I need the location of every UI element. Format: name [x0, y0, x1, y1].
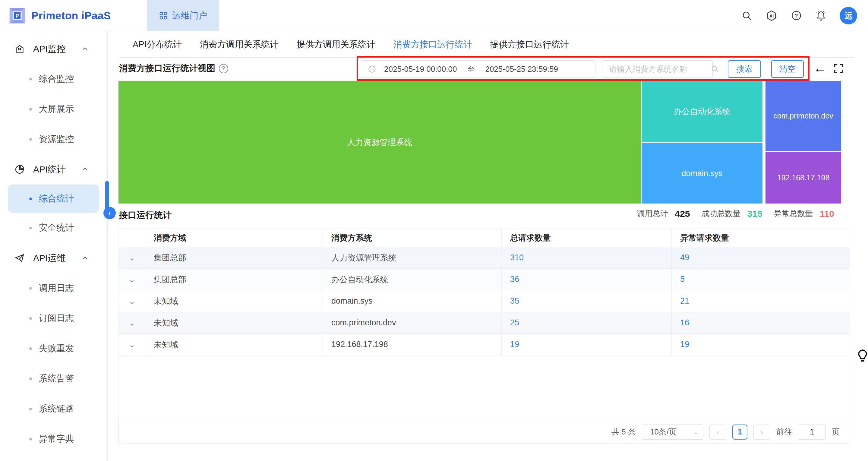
svg-text:?: ? [795, 13, 798, 19]
next-page-button[interactable]: › [753, 425, 770, 439]
row-expand-chevron-icon[interactable]: ⌄ [119, 334, 145, 355]
success-total-label: 成功总数量 [702, 208, 741, 219]
sidebar-item-dingyue-rizhi[interactable]: 订阅日志 [0, 303, 107, 334]
tab-consumer-api-run-stats[interactable]: 消费方接口运行统计 [394, 31, 472, 58]
fullscreen-icon[interactable] [833, 63, 845, 75]
sidebar-item-shibai-chongfa[interactable]: 失败重发 [0, 334, 107, 364]
row-expand-chevron-icon[interactable]: ⌄ [119, 290, 145, 312]
cell-consumer-domain: 集团总部 [145, 247, 323, 268]
sidebar-scroll-handle[interactable] [105, 181, 109, 210]
pagination-bar: 共 5 条 10条/页 ⌄ ‹ 1 › 前往 页 [119, 420, 850, 444]
summary-stats: 调用总计 425 成功总数量 315 异常总数量 110 [637, 208, 834, 219]
sidebar-item-xitong-lianlu[interactable]: 系统链路 [0, 394, 107, 424]
sidebar-section-api-ops[interactable]: API运维 [0, 243, 107, 273]
row-expand-chevron-icon[interactable]: ⌄ [119, 269, 145, 290]
sidebar-item-diaoyong-rizhi[interactable]: 调用日志 [0, 273, 107, 303]
sidebar-item-ziyuan-jiankong[interactable]: 资源监控 [0, 124, 107, 154]
search-icon[interactable] [741, 10, 753, 22]
page-unit-label: 页 [832, 427, 840, 437]
tab-provider-api-run-stats[interactable]: 提供方接口运行统计 [490, 31, 569, 58]
clear-button[interactable]: 清空 [771, 60, 804, 78]
cell-consumer-system: 人力资源管理系统 [323, 247, 502, 268]
table-row: ⌄ 未知域 com.primeton.dev 25 16 [119, 312, 850, 334]
help-icon[interactable]: ? [790, 10, 802, 22]
search-button[interactable]: 搜索 [728, 60, 761, 78]
search-input[interactable] [609, 64, 711, 74]
col-header-consumer-domain: 消费方域 [145, 229, 323, 247]
sidebar-section-api-monitor[interactable]: API监控 [0, 34, 107, 64]
table-empty-space [119, 356, 850, 420]
sidebar-item-zonghe-tongji-active[interactable]: 综合统计 [8, 185, 99, 213]
treemap-tile-domain-sys[interactable]: domain.sys [642, 143, 763, 204]
date-end-value[interactable]: 2025-05-25 23:59:59 [485, 64, 558, 74]
row-expand-chevron-icon[interactable]: ⌄ [119, 247, 145, 268]
bullet-icon [29, 408, 32, 410]
sidebar-item-daping-zhanshi[interactable]: 大屏展示 [0, 94, 107, 124]
sidebar-item-label: 失败重发 [39, 342, 74, 355]
goto-page-input[interactable] [798, 425, 826, 439]
bullet-icon [29, 287, 32, 290]
treemap-tile-com-primeton-dev[interactable]: com.primeton.dev [766, 81, 841, 151]
pagination-total: 共 5 条 [612, 427, 636, 437]
cell-error-requests-link[interactable]: 21 [680, 296, 689, 306]
cell-total-requests-link[interactable]: 36 [510, 275, 519, 284]
portal-tab[interactable]: 运维门户 [147, 0, 219, 31]
consumer-system-treemap: 人力资源管理系统 办公自动化系统 domain.sys com.primeton… [119, 81, 841, 204]
sidebar-item-xitong-gaojing[interactable]: 系统告警 [0, 364, 107, 394]
treemap-tile-oa-system[interactable]: 办公自动化系统 [642, 81, 763, 142]
search-icon[interactable] [711, 65, 719, 73]
treemap-tile-ip-192-168-17-198[interactable]: 192.168.17.198 [766, 152, 841, 204]
total-calls-label: 调用总计 [637, 208, 668, 219]
sidebar-section-label: API运维 [33, 252, 66, 265]
brand-title: Primeton iPaaS [31, 10, 111, 22]
page-size-value: 10条/页 [650, 427, 677, 437]
treemap-tile-label: 人力资源管理系统 [347, 137, 412, 148]
row-expand-chevron-icon[interactable]: ⌄ [119, 312, 145, 334]
sidebar-item-zonghe-jiankong[interactable]: 综合监控 [0, 64, 107, 94]
treemap-tile-hr-system[interactable]: 人力资源管理系统 [119, 81, 641, 204]
cell-total-requests-link[interactable]: 35 [510, 296, 519, 306]
date-range-picker[interactable]: 2025-05-19 00:00:00 至 2025-05-25 23:59:5… [361, 60, 595, 78]
cell-error-requests-link[interactable]: 19 [680, 340, 689, 349]
sidebar-nav: API监控 综合监控 大屏展示 资源监控 API统计 综合统计 安全统计 API… [0, 31, 107, 461]
cell-total-requests-link[interactable]: 25 [510, 318, 519, 328]
date-start-value[interactable]: 2025-05-19 00:00:00 [384, 64, 457, 74]
cell-total-requests-link[interactable]: 310 [510, 253, 524, 262]
cell-error-requests-link[interactable]: 49 [680, 253, 689, 262]
goto-label: 前往 [776, 427, 792, 437]
user-avatar[interactable]: 运 [840, 7, 857, 24]
bullet-icon [29, 78, 32, 81]
cell-error-requests-link[interactable]: 16 [680, 318, 689, 328]
cell-consumer-domain: 集团总部 [145, 269, 323, 290]
ai-assistant-icon[interactable]: AI [766, 10, 778, 22]
section-title-api-run-stats: 接口运行统计 [119, 209, 172, 221]
prev-page-button[interactable]: ‹ [709, 425, 726, 439]
sidebar-item-label: 安全统计 [39, 222, 74, 234]
table-row: ⌄ 未知域 192.168.17.198 19 19 [119, 334, 850, 356]
sidebar-item-label: 异常字典 [39, 433, 74, 445]
tab-consumer-call-relation[interactable]: 消费方调用关系统计 [200, 31, 279, 58]
cell-error-requests-link[interactable]: 5 [680, 275, 685, 284]
notification-bell-icon[interactable] [815, 10, 827, 22]
cell-consumer-domain: 未知域 [145, 334, 323, 355]
sidebar-item-label: 综合监控 [39, 73, 74, 85]
cell-consumer-system: 192.168.17.198 [323, 334, 502, 355]
lightbulb-icon[interactable] [857, 349, 868, 365]
sidebar-section-api-stats[interactable]: API统计 [0, 154, 107, 185]
sidebar-item-yichang-zidian[interactable]: 异常字典 [0, 424, 107, 454]
success-total-value: 315 [747, 209, 763, 219]
help-tooltip-icon[interactable]: ? [219, 64, 228, 73]
cell-consumer-system: com.primeton.dev [323, 312, 502, 334]
current-page-button[interactable]: 1 [732, 425, 747, 439]
cell-total-requests-link[interactable]: 19 [510, 340, 519, 349]
sidebar-collapse-button[interactable]: ‹ [103, 207, 116, 219]
tab-provider-call-relation[interactable]: 提供方调用关系统计 [297, 31, 375, 58]
page-size-select[interactable]: 10条/页 ⌄ [642, 425, 703, 439]
chevron-up-icon [82, 166, 89, 173]
tab-api-distribution[interactable]: API分布统计 [133, 31, 182, 58]
cell-consumer-system: 办公自动化系统 [323, 269, 502, 290]
svg-text:AI: AI [769, 13, 774, 18]
back-arrow-icon[interactable]: ← [813, 61, 827, 74]
sidebar-item-anquan-tongji[interactable]: 安全统计 [0, 213, 107, 243]
api-run-stats-table: 消费方域 消费方系统 总请求数量 异常请求数量 ⌄ 集团总部 人力资源管理系统 … [119, 228, 850, 420]
